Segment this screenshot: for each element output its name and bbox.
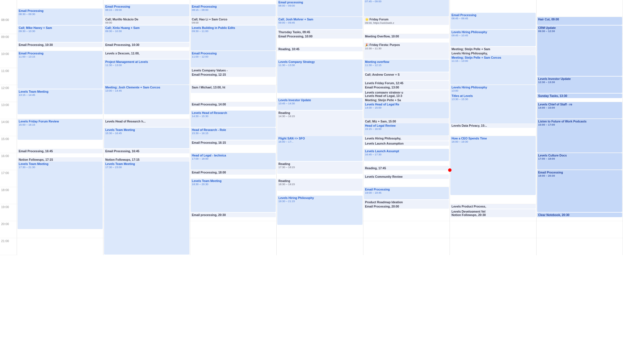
calendar-event[interactable]: Email Processing08:30 – 09:30 (18, 9, 103, 25)
calendar-event[interactable]: Levels Hiring Philosophy, (364, 136, 449, 141)
calendar-event[interactable]: Call; Mike Haney + Sam09:30 – 10:30 (18, 26, 103, 42)
calendar-event[interactable]: Listen to Future of Work Podcasts15:00 –… (537, 119, 622, 153)
calendar-event[interactable]: Levels Launch Assumpt16:45 – 17:30 (364, 149, 449, 161)
calendar-event[interactable]: Email Processing19:00 – 19:45 (364, 187, 449, 199)
calendar-event[interactable]: Levels Investor Update13:45 – 14:30 (277, 98, 362, 110)
calendar-event[interactable]: Email Processing, 16:45 (18, 149, 103, 153)
calendar-event[interactable]: Levels Product Process, (450, 204, 535, 209)
calendar-event[interactable]: Head of Legal - technica17:00 – 18:00 (191, 153, 276, 170)
calendar-event[interactable]: Levels Head of Research h... (104, 119, 189, 127)
calendar-event[interactable]: Levels Team Meeting15:30 – 16:45 (104, 128, 189, 148)
calendar-event[interactable]: Levels Friday Forum Review15:00 – 16:15 (18, 119, 103, 140)
calendar-event[interactable]: Meeting; Steijn Pelle + Sam Corcos11:15 … (450, 55, 535, 84)
calendar-event[interactable]: Levels Head of Research14:30 – 15:30 (191, 111, 276, 127)
calendar-event[interactable]: Levels Team Meeting13:15 – 14:45 (18, 89, 103, 114)
calendar-event[interactable]: Levels Chief of Staff - re14:00 – 15:00 (537, 102, 622, 118)
hour-line (450, 221, 536, 238)
calendar-event[interactable]: Notion Followups, 17:15 (104, 157, 189, 162)
calendar-event[interactable]: Head of Research - Role15:30 – 16:15 (191, 128, 276, 140)
calendar-event[interactable]: Call; Xinlu Huang + Sam09:30 – 10:30 (104, 26, 189, 42)
calendar-event[interactable]: Product Roadmap Ideation (364, 200, 449, 204)
calendar-event[interactable]: Email Processing, 14:00 (191, 102, 276, 107)
event-time: 11:00 – 13:15 (19, 55, 101, 58)
calendar-event[interactable]: Notion Followups, 20:30 (450, 213, 535, 217)
calendar-event[interactable]: Email Processing07:45 – 09:00 (364, 0, 449, 16)
event-time: 07:45 – 09:00 (365, 0, 448, 3)
calendar-event[interactable]: Levels Building in Public Edits09:30 – 1… (191, 26, 276, 50)
calendar-event[interactable]: Head of Legal Review15:15 – 16:00 (364, 123, 449, 136)
calendar-event[interactable]: Sunday Tasks, 13:30 (537, 94, 622, 98)
calendar-event[interactable]: Call; Murillo Nicácio De09:00 (104, 17, 189, 25)
calendar-event[interactable]: Email Processing18:00 – 20:30 (537, 170, 622, 212)
calendar-event[interactable]: Project Management at Levels11:30 – 13:0… (104, 60, 189, 84)
calendar-event[interactable]: Email Processing08:15 – 09:00 (191, 4, 276, 16)
calendar-event[interactable]: Email Processing11:00 – 12:00 (191, 51, 276, 67)
calendar-event[interactable]: Email processing08:00 – 09:00 (277, 0, 362, 16)
calendar-event[interactable]: Meeting; Steijn Pelle + Sa (364, 98, 449, 102)
calendar-event[interactable]: Email Processing, 16:15 (191, 140, 276, 145)
calendar-event[interactable]: Reading, 17:45 (364, 166, 449, 170)
calendar-event[interactable]: Thursday Tasks, 09:45 (277, 30, 362, 34)
calendar-event[interactable]: Hair Cut, 09:00 (537, 17, 622, 25)
calendar-event[interactable]: Levels Culture Docs17:00 – 18:00 (537, 153, 622, 170)
calendar-event[interactable]: Email Processing, 10:30 (18, 43, 103, 47)
calendar-event[interactable]: Call; Andrew Conner + S (364, 72, 449, 80)
calendar-event[interactable]: Levels Friday Forum, 12:45 (364, 81, 449, 85)
calendar-event[interactable]: CRM Update09:30 – 12:30 (537, 26, 622, 76)
calendar-event[interactable]: Levels Hiring Philosophy19:30 – 21:15 (277, 196, 362, 225)
event-title: Call; Murillo Nicácio De (105, 18, 188, 21)
calendar-event[interactable]: Levels Team Meeting17:30 – 21:30 (18, 162, 103, 229)
time-label: 20:00 (0, 221, 17, 238)
calendar-event[interactable]: Reading14:30 – 16:15 (277, 111, 362, 140)
calendar-event[interactable]: Levels Company Strategy11:30 – 13:30 (277, 60, 362, 93)
calendar-event[interactable]: How a CEO Spends Time16:00 – 19:30 (450, 136, 535, 195)
calendar-event[interactable]: Levels Team Meeting18:30 – 20:30 (191, 179, 276, 212)
calendar-event[interactable]: Sam / Michael, 13:00, ht (191, 85, 276, 93)
calendar-event[interactable]: Clear Notebook, 20:30 (537, 213, 622, 217)
event-title: Call; Hao Li + Sam Corco (192, 18, 275, 21)
calendar-event[interactable]: Reading18:30 – 19:15 (277, 179, 362, 191)
event-title: Levels Hiring Philosophy (452, 86, 534, 89)
calendar-event[interactable]: Levels Head of Legal Re14:00 – 15:00 (364, 102, 449, 118)
calendar-event[interactable]: 🌟 Friday Forum09:00, https://us02web.z (364, 17, 449, 25)
time-label: 13:00 (0, 102, 17, 119)
calendar-event[interactable]: Levels Team Meeting17:30 – 23:00 (104, 162, 189, 255)
calendar-event[interactable]: Email Processing, 20:00 (364, 204, 449, 209)
calendar-event[interactable]: Flight SAN => SFO16:00 – 17:.. (277, 136, 362, 161)
calendar-event[interactable]: 🎉 Friday Fiesta: Purpos10:30 – 11:30 (364, 43, 449, 59)
calendar-event[interactable]: Notion Followups, 17:15 (18, 157, 103, 162)
calendar-event[interactable]: Email Processing08:15 – 09:00 (104, 4, 189, 16)
calendar-event[interactable]: Call; Hao Li + Sam Corco09:00 (191, 17, 276, 25)
calendar-event[interactable]: Email Processing, 13:00 (364, 85, 449, 90)
calendar-event[interactable]: Email Processing, 12:15 (191, 72, 276, 77)
calendar-event[interactable]: Levels Data Privacy, 15:.. (450, 123, 535, 128)
calendar-event[interactable]: Email Processing, 18:00 (191, 170, 276, 175)
calendar-event[interactable]: Levels Launch Assumption (364, 141, 449, 146)
event-time: 18:00 – 20:30 (538, 174, 621, 177)
calendar-event[interactable]: Meeting overflow11:30 – 12:15 (364, 60, 449, 72)
calendar-event[interactable]: Meeting Overflow, 10:00 (364, 34, 449, 39)
calendar-event[interactable]: Titles at Levels13:30 – 15:30 (450, 94, 535, 127)
calendar-event[interactable]: Levels Investor Update12:30 – 13:30 (537, 77, 622, 93)
calendar-event[interactable]: Email Processing, 10:30 (104, 43, 189, 47)
calendar-event[interactable]: Levels Hiring Philosophy09:45 – 10:45 (450, 30, 535, 46)
calendar-event[interactable]: Levels Community Review (364, 174, 449, 179)
event-time: 09:30 – 11:00 (192, 29, 275, 33)
calendar-event[interactable]: Email processing, 20:30 (191, 213, 276, 217)
calendar-event[interactable]: Email Processing, 10:00 (277, 34, 362, 39)
event-title: Levels Culture Docs (538, 154, 621, 157)
calendar-event[interactable]: Levels x Dexcom, 11:00, (104, 51, 189, 59)
calendar-event[interactable]: Meeting; Josh Clemente + Sam Corcos13:00… (104, 85, 189, 114)
calendar-event[interactable]: Email Processing, 16:45 (104, 149, 189, 153)
calendar-event[interactable]: Levels Company Values - (191, 68, 276, 73)
event-time: 18:30 – 20:30 (192, 183, 275, 186)
calendar-event[interactable]: Levels Head of Legal, 13:3 (364, 94, 449, 98)
calendar-event[interactable]: Email Processing08:45 – 09:45 (450, 13, 535, 29)
calendar-event[interactable]: Call; Josh Mohrer + Sam09:00 – 09:45 (277, 17, 362, 29)
event-title: Email Processing (105, 5, 188, 8)
calendar-event[interactable]: Reading, 10:45 (277, 47, 362, 51)
calendar-event[interactable]: Reading17:30 – 18:15 (277, 162, 362, 174)
calendar-event[interactable]: Levels Hiring Philosophy, (450, 51, 535, 56)
calendar-event[interactable]: Email Processing11:00 – 13:15 (18, 51, 103, 89)
calendar-event[interactable]: Call; Miz + Sam, 15:00 (364, 119, 449, 124)
